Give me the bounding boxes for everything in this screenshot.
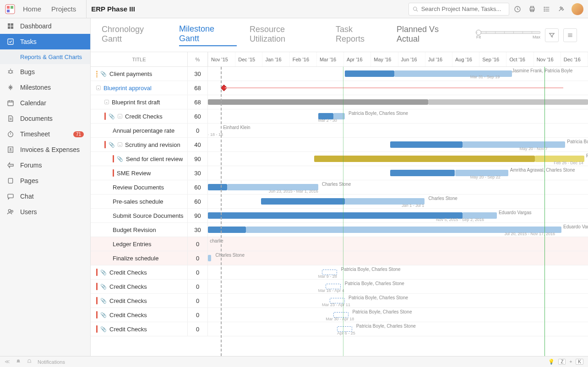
gantt-body[interactable]: 📎Client payments30Jasmine Frank, Patrici… (91, 67, 588, 356)
priority-indicator (96, 311, 98, 318)
nav-projects[interactable]: Projects (51, 5, 76, 13)
tab-milestone[interactable]: Milestone Gantt (179, 24, 237, 46)
pct-cell: 60 (188, 180, 208, 194)
bar-dates: Mar 31 - Sep 19 (470, 75, 500, 79)
svg-point-45 (8, 210, 11, 212)
list-icon[interactable] (540, 3, 553, 16)
sidebar-item-label: Dashboard (20, 22, 52, 30)
bar-dates: Apr 6 - 25 (337, 331, 355, 335)
sidebar-item-docs[interactable]: Documents (0, 111, 90, 126)
gantt-row[interactable]: 📎Credit Checks0Patricia Boyle, Charles S… (91, 322, 588, 336)
chat-icon (6, 192, 15, 200)
gantt-row[interactable]: Annual percentage rate0Einhard Klein· 18… (91, 124, 588, 138)
timeline-cell: charlie (208, 237, 588, 251)
gantt-bar[interactable] (208, 255, 211, 261)
expand-toggle[interactable]: - (118, 142, 122, 147)
tab-resource[interactable]: Resource Utilization (250, 25, 323, 46)
gantt-row[interactable]: 📎Credit Checks0Patricia Boyle, Charles S… (91, 280, 588, 294)
gantt-bar[interactable] (261, 198, 345, 205)
bar-label: Eduardo Vargas (499, 210, 532, 215)
gantt-bar[interactable] (390, 170, 455, 176)
collapse-icon[interactable]: ≪ (5, 359, 10, 365)
sidebar-item-pages[interactable]: Pages (0, 173, 90, 189)
mute-icon[interactable] (16, 359, 21, 365)
bell-icon[interactable] (27, 359, 32, 365)
gantt-row[interactable]: Ledger Entries0charlie (91, 237, 588, 251)
menu-button[interactable] (563, 28, 577, 42)
sidebar-item-label: Tasks (20, 38, 37, 45)
gantt-bar[interactable] (208, 227, 246, 233)
sidebar-item-label: Users (20, 208, 37, 216)
expand-toggle[interactable]: - (96, 86, 101, 90)
notifications-label[interactable]: Notifications (38, 359, 65, 365)
sidebar-item-tasks[interactable]: Tasks (0, 34, 90, 49)
gantt-bar[interactable] (314, 156, 534, 162)
gantt-row[interactable]: 📎Credit Checks0Patricia Boyle, Charles S… (91, 308, 588, 322)
gantt-row[interactable]: SME Review30Amritha Agrawal, Charles Sto… (91, 166, 588, 180)
badge: 71 (73, 131, 84, 137)
svg-line-25 (8, 72, 9, 73)
gantt-row[interactable]: 📎Credit Checks0Patricia Boyle, Charles S… (91, 294, 588, 308)
tab-planned-vs-actual[interactable]: Planned Vs Actual (397, 25, 463, 46)
sidebar-item-label: Timesheet (20, 130, 50, 138)
expand-toggle[interactable]: - (104, 100, 109, 104)
tab-chronology[interactable]: Chronology Gantt (102, 25, 166, 46)
recent-icon[interactable] (511, 3, 524, 16)
sidebar-item-label: Documents (20, 115, 53, 122)
bulb-icon[interactable]: 💡 (548, 359, 555, 365)
priority-indicator (104, 113, 106, 120)
sidebar-item-timer[interactable]: Timesheet71 (0, 126, 90, 142)
gantt-bar[interactable] (390, 141, 463, 148)
gantt-row[interactable]: 📎Send for client review90FathinFeb 26 - … (91, 152, 588, 166)
gantt-bar[interactable] (208, 184, 227, 190)
tab-task-reports[interactable]: Task Reports (336, 25, 384, 46)
zoom-slider[interactable]: FitMax (476, 31, 540, 39)
expand-toggle[interactable]: - (118, 114, 122, 119)
sidebar-item-chat[interactable]: Chat (0, 189, 90, 204)
sidebar-item-forums[interactable]: Forums (0, 157, 90, 173)
gantt-bar[interactable] (208, 212, 463, 219)
gantt-row[interactable]: Submit Source Documents90Eduardo VargasN… (91, 209, 588, 223)
gantt-bar[interactable] (463, 141, 565, 148)
sidebar-item-invoice[interactable]: Invoices & Expenses (0, 142, 90, 157)
sidebar-item-users[interactable]: Users (0, 204, 90, 220)
nav-home[interactable]: Home (23, 5, 41, 13)
gantt-row[interactable]: -Blueprint first draft68 (91, 95, 588, 109)
gantt-bar[interactable] (208, 99, 428, 105)
attachment-icon: 📎 (109, 113, 115, 119)
gantt-row[interactable]: 📎-Credit Checks60Patricia Boyle, Charles… (91, 109, 588, 124)
filter-button[interactable] (545, 28, 559, 42)
gantt-row[interactable]: -Blueprint approval68 (91, 81, 588, 95)
month-header: Dec '15 (235, 52, 262, 66)
pct-cell: 68 (188, 81, 208, 95)
gantt-row[interactable]: Budget Revision30Eduardo VargasJul 20, 2… (91, 223, 588, 237)
gantt-row[interactable]: Pre-sales schedule60Charles StoneJan 1 -… (91, 194, 588, 209)
sidebar-item-calendar[interactable]: Calendar (0, 95, 90, 111)
svg-rect-18 (8, 27, 10, 29)
svg-point-13 (544, 7, 544, 7)
search-box[interactable] (408, 3, 509, 16)
gantt-bar[interactable] (428, 99, 588, 105)
pct-cell: 0 (188, 237, 208, 251)
svg-point-37 (8, 132, 13, 137)
search-input[interactable] (421, 5, 505, 12)
sidebar-sub-reports[interactable]: Reports & Gantt Charts (0, 49, 90, 64)
gantt-row[interactable]: 📎-Scrutiny and revision40Patricia BoyleM… (91, 138, 588, 152)
print-icon[interactable] (526, 3, 539, 16)
footer: ≪ Notifications 💡 Z + K (0, 356, 588, 367)
gantt-row[interactable]: 📎Client payments30Jasmine Frank, Patrici… (91, 67, 588, 81)
gantt-row[interactable]: Finalize schedule0Charles Stone (91, 251, 588, 265)
sidebar-item-dashboard[interactable]: Dashboard (0, 18, 90, 34)
sidebar-item-milestone[interactable]: Milestones (0, 80, 90, 95)
gantt-bar[interactable] (345, 70, 394, 77)
month-header: Jul '16 (425, 52, 452, 66)
user-avatar[interactable] (572, 3, 583, 15)
svg-point-4 (414, 7, 417, 10)
task-title: Credit Checks (109, 283, 147, 290)
gantt-row[interactable]: Review Documents60Charles StoneJun 23, 2… (91, 180, 588, 194)
task-title: Blueprint first draft (112, 99, 160, 106)
settings-icon[interactable] (555, 3, 568, 16)
sidebar-item-bug[interactable]: Bugs (0, 64, 90, 80)
gantt-row[interactable]: 📎Credit Checks0Patricia Boyle, Charles S… (91, 265, 588, 280)
search-icon (413, 6, 419, 12)
